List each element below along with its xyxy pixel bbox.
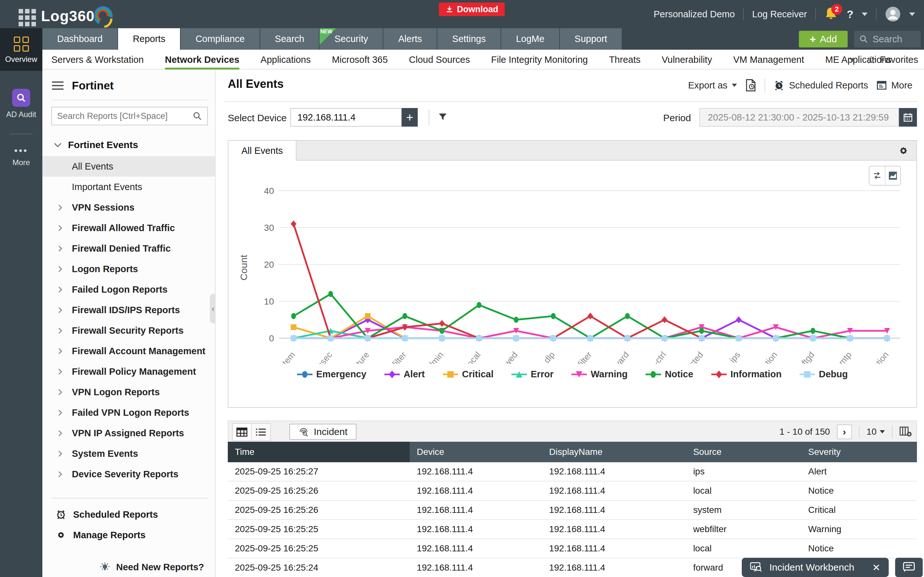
- column-header-source[interactable]: Source: [686, 442, 801, 462]
- calendar-button[interactable]: [899, 108, 917, 127]
- notifications-bell-icon[interactable]: 2: [824, 6, 838, 22]
- subnav-item-vm-management[interactable]: VM Management: [733, 50, 804, 69]
- chart-tab-all-events[interactable]: All Events: [228, 141, 296, 161]
- nav-tab-dashboard[interactable]: Dashboard: [42, 28, 118, 50]
- data-point: [625, 313, 630, 319]
- sidebar-collapse-handle[interactable]: ‹: [210, 294, 216, 324]
- help-button[interactable]: ?: [846, 8, 853, 21]
- sidebar-item-vpn-ip-assigned-reports[interactable]: VPN IP Assigned Reports: [42, 423, 215, 443]
- sidebar-group-fortinet-events[interactable]: Fortinet Events: [42, 130, 215, 156]
- report-search-box[interactable]: [51, 107, 208, 125]
- sidebar-item-vpn-sessions[interactable]: VPN Sessions: [42, 197, 215, 218]
- divider: [764, 79, 765, 92]
- table-row[interactable]: 2025-09-25 16:25:27192.168.111.4192.168.…: [228, 462, 917, 482]
- legend-item-notice[interactable]: Notice: [646, 369, 693, 380]
- legend-item-information[interactable]: Information: [711, 369, 782, 380]
- rail-item-overview[interactable]: Overview: [0, 28, 42, 71]
- legend-item-error[interactable]: Error: [511, 369, 553, 380]
- nav-tab-logme[interactable]: LogMe: [501, 28, 560, 50]
- subnav-item-applications[interactable]: Applications: [260, 50, 310, 69]
- scheduled-reports-button[interactable]: Scheduled Reports: [774, 80, 868, 91]
- rail-item-more[interactable]: ••• More: [0, 145, 42, 167]
- incident-workbench-bar[interactable]: Incident Workbench ✕: [742, 558, 889, 577]
- chart-settings-gear-icon[interactable]: [898, 145, 909, 158]
- period-input[interactable]: [699, 108, 899, 127]
- user-avatar[interactable]: [885, 6, 901, 22]
- export-as-button[interactable]: Export as: [688, 80, 737, 91]
- sidebar-manage-reports[interactable]: Manage Reports: [42, 525, 215, 545]
- export-schedule-icon[interactable]: [745, 79, 756, 91]
- subnav-item-cloud-sources[interactable]: Cloud Sources: [409, 50, 470, 69]
- report-search-input[interactable]: [57, 111, 192, 121]
- sidebar-item-all-events[interactable]: All Events: [42, 156, 215, 177]
- favorites-button[interactable]: ☆ Favorites: [866, 50, 918, 69]
- sidebar-item-failed-logon-reports[interactable]: Failed Logon Reports: [42, 279, 215, 300]
- user-menu-caret-icon[interactable]: [909, 13, 915, 16]
- device-input[interactable]: [290, 108, 402, 127]
- rail-item-ad-audit[interactable]: AD Audit: [0, 89, 42, 119]
- table-row[interactable]: 2025-09-25 16:25:26192.168.111.4192.168.…: [228, 482, 917, 501]
- nav-tab-security[interactable]: NEWSecurity: [320, 28, 383, 50]
- legend-item-alert[interactable]: Alert: [384, 369, 425, 380]
- sidebar-item-firewall-policy-management[interactable]: Firewall Policy Management: [42, 361, 215, 382]
- events-line-chart[interactable]: 010203040Countsystemipsecsignaturewebfil…: [231, 171, 911, 364]
- chat-button[interactable]: [895, 558, 923, 577]
- incident-button[interactable]: Incident: [289, 424, 357, 440]
- column-header-time[interactable]: Time: [228, 442, 410, 462]
- column-header-severity[interactable]: Severity: [801, 442, 917, 462]
- subnav-item-servers-workstation[interactable]: Servers & Workstation: [51, 50, 144, 69]
- sidebar-item-vpn-logon-reports[interactable]: VPN Logon Reports: [42, 382, 215, 402]
- table-row[interactable]: 2025-09-25 16:25:25192.168.111.4192.168.…: [228, 539, 917, 558]
- filter-icon[interactable]: [438, 112, 448, 123]
- log-receiver-link[interactable]: Log Receiver: [752, 9, 807, 19]
- sidebar-item-firewall-ids-ips-reports[interactable]: Firewall IDS/IPS Reports: [42, 300, 215, 320]
- list-view-button[interactable]: [252, 424, 270, 440]
- next-page-button[interactable]: ›: [837, 424, 852, 439]
- column-header-displayname[interactable]: DisplayName: [542, 442, 686, 462]
- app-grid-icon[interactable]: [19, 9, 37, 26]
- subnav-item-microsoft-365[interactable]: Microsoft 365: [332, 50, 388, 69]
- subnav-item-threats[interactable]: Threats: [609, 50, 640, 69]
- page-size-select[interactable]: 10: [867, 427, 885, 437]
- legend-item-critical[interactable]: Critical: [443, 369, 493, 380]
- nav-tab-support[interactable]: Support: [560, 28, 623, 50]
- table-row[interactable]: 2025-09-25 16:25:26192.168.111.4192.168.…: [228, 501, 917, 520]
- sidebar-item-firewall-security-reports[interactable]: Firewall Security Reports: [42, 320, 215, 341]
- global-search-input[interactable]: [873, 34, 914, 45]
- sidebar-item-system-events[interactable]: System Events: [42, 443, 215, 464]
- more-categories-button[interactable]: [850, 57, 855, 63]
- help-caret-icon[interactable]: [862, 13, 867, 16]
- table-row[interactable]: 2025-09-25 16:25:25192.168.111.4192.168.…: [228, 520, 917, 539]
- personalized-demo-link[interactable]: Personalized Demo: [654, 9, 735, 19]
- nav-tab-search[interactable]: Search: [260, 28, 320, 50]
- global-search[interactable]: [854, 31, 921, 47]
- workbench-close-icon[interactable]: ✕: [872, 562, 880, 573]
- add-button[interactable]: + Add: [799, 31, 848, 47]
- sidebar-item-firewall-allowed-traffic[interactable]: Firewall Allowed Traffic: [42, 218, 215, 238]
- subnav-item-network-devices[interactable]: Network Devices: [165, 50, 239, 69]
- add-device-button[interactable]: +: [402, 108, 418, 127]
- nav-tab-settings[interactable]: Settings: [437, 28, 501, 50]
- add-column-icon[interactable]: [900, 426, 912, 437]
- sidebar-item-firewall-denied-traffic[interactable]: Firewall Denied Traffic: [42, 238, 215, 259]
- table-view-button[interactable]: [233, 424, 252, 440]
- legend-item-warning[interactable]: Warning: [572, 369, 628, 380]
- nav-tab-reports[interactable]: Reports: [118, 28, 181, 50]
- sidebar-item-firewall-account-management[interactable]: Firewall Account Management: [42, 341, 215, 361]
- nav-tab-compliance[interactable]: Compliance: [181, 28, 260, 50]
- download-button[interactable]: Download: [439, 3, 505, 16]
- nav-tab-alerts[interactable]: Alerts: [383, 28, 437, 50]
- need-new-reports-button[interactable]: Need New Reports?: [99, 562, 204, 572]
- sidebar-item-failed-vpn-logon-reports[interactable]: Failed VPN Logon Reports: [42, 402, 215, 423]
- sidebar-scheduled-reports[interactable]: Scheduled Reports: [42, 504, 215, 525]
- column-header-device[interactable]: Device: [410, 442, 542, 462]
- sidebar-item-device-severity-reports[interactable]: Device Severity Reports: [42, 464, 215, 484]
- legend-item-debug[interactable]: Debug: [800, 369, 848, 380]
- subnav-item-vulnerability[interactable]: Vulnerability: [662, 50, 712, 69]
- legend-item-emergency[interactable]: Emergency: [297, 369, 367, 380]
- sidebar-menu-icon[interactable]: [52, 81, 63, 90]
- more-button[interactable]: More: [877, 80, 913, 91]
- sidebar-item-logon-reports[interactable]: Logon Reports: [42, 259, 215, 279]
- sidebar-item-important-events[interactable]: Important Events: [42, 177, 215, 197]
- subnav-item-file-integrity-monitoring[interactable]: File Integrity Monitoring: [491, 50, 588, 69]
